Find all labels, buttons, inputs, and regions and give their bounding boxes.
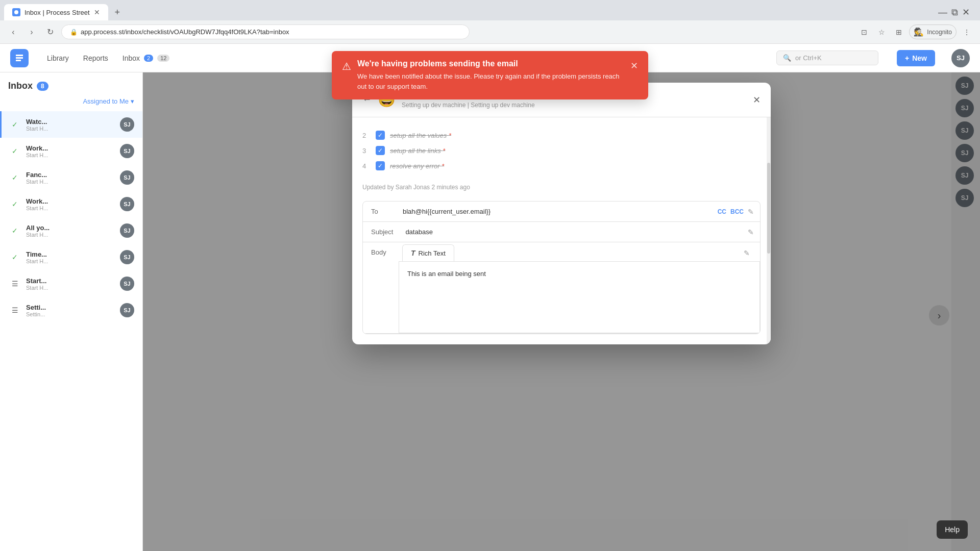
- forward-button[interactable]: ›: [24, 25, 39, 39]
- sidebar-inbox-title: Inbox 8: [8, 81, 134, 91]
- cc-button[interactable]: CC: [718, 208, 726, 215]
- new-button-label: New: [912, 54, 927, 62]
- window-minimize-button[interactable]: —: [938, 7, 947, 18]
- subject-label: Subject: [363, 222, 401, 242]
- sidebar-item-content-5: Time... Start H...: [26, 251, 114, 264]
- sidebar-item-title-4: All yo...: [26, 224, 114, 232]
- sidebar-item-title-1: Work...: [26, 144, 114, 152]
- check-circle-icon-1: ✓: [10, 146, 20, 156]
- cast-icon[interactable]: ⊡: [857, 25, 871, 39]
- sidebar-item-6[interactable]: ☰ Start... Start H... SJ: [0, 270, 142, 297]
- menu-button[interactable]: ⋮: [960, 25, 974, 39]
- sidebar-item-title-2: Fanc...: [26, 171, 114, 179]
- app-body: Inbox 8 Assigned to Me ▾ ✓ Watc... Start…: [0, 72, 980, 551]
- help-button[interactable]: Help: [937, 520, 968, 539]
- sidebar-item-title-7: Setti...: [26, 304, 114, 311]
- checklist-checkbox-2[interactable]: ✓: [376, 161, 385, 170]
- checklist-checkbox-0[interactable]: ✓: [376, 131, 385, 140]
- user-avatar[interactable]: SJ: [951, 49, 970, 67]
- inbox-number: 12: [157, 55, 169, 62]
- body-edit-icon[interactable]: ✎: [738, 245, 756, 261]
- modal-overlay: ← 😄 Insta... Setting up dev machine | Se…: [143, 72, 980, 551]
- sidebar-item-avatar-2: SJ: [120, 170, 134, 185]
- main-content: ← 😄 Insta... Setting up dev machine | Se…: [143, 72, 980, 551]
- back-button[interactable]: ‹: [6, 25, 20, 39]
- window-close-button[interactable]: ✕: [962, 7, 970, 18]
- modal-body: 2 ✓ setup all the values * 3 ✓ setup all…: [352, 117, 771, 344]
- sidebar-header: Inbox 8: [0, 81, 142, 97]
- sidebar-item-title-6: Start...: [26, 277, 114, 285]
- sidebar-item-avatar-1: SJ: [120, 144, 134, 158]
- checklist-text-2: resolve any error *: [390, 162, 444, 170]
- check-circle-icon-4: ✓: [10, 226, 20, 236]
- search-placeholder: or Ctrl+K: [795, 54, 822, 62]
- subject-edit-icon[interactable]: ✎: [748, 228, 754, 236]
- sidebar-item-avatar-3: SJ: [120, 197, 134, 211]
- address-bar[interactable]: 🔒 app.process.st/inbox/checklist/vOAUbgR…: [61, 24, 470, 39]
- modal-close-button[interactable]: ✕: [753, 94, 761, 106]
- sidebar-item-2[interactable]: ✓ Fanc... Start H... SJ: [0, 164, 142, 191]
- new-button[interactable]: + New: [897, 50, 935, 66]
- extensions-icon[interactable]: ⊞: [892, 25, 906, 39]
- sidebar-item-content-2: Fanc... Start H...: [26, 171, 114, 185]
- tab-close-button[interactable]: ✕: [94, 8, 100, 16]
- to-edit-icon[interactable]: ✎: [748, 208, 754, 216]
- checklist-num-2: 4: [362, 162, 371, 170]
- modal-scrollbar[interactable]: [767, 117, 771, 344]
- sidebar-item-4[interactable]: ✓ All yo... Start H... SJ: [0, 217, 142, 244]
- nav-reports[interactable]: Reports: [77, 50, 114, 66]
- sidebar-item-sub-6: Start H...: [26, 285, 114, 291]
- window-restore-button[interactable]: ⧉: [951, 7, 958, 18]
- browser-tab-active[interactable]: Inbox | Process Street ✕: [4, 4, 108, 20]
- checklist-text-0: setup all the values *: [390, 132, 451, 139]
- to-input[interactable]: [399, 202, 712, 221]
- checklist-checkbox-1[interactable]: ✓: [376, 146, 385, 155]
- sidebar-item-0[interactable]: ✓ Watc... Start H... SJ: [0, 111, 142, 138]
- subject-input[interactable]: [401, 222, 742, 242]
- rich-text-label: Rich Text: [419, 249, 446, 257]
- modal-subtitle: Setting up dev machine | Setting up dev …: [402, 102, 747, 109]
- sidebar-item-title-3: Work...: [26, 197, 114, 205]
- assigned-to-me-filter[interactable]: Assigned to Me ▾: [83, 97, 134, 105]
- new-tab-button[interactable]: +: [110, 5, 125, 19]
- inbox-title-text: Inbox: [8, 81, 33, 91]
- incognito-badge: 🕵 Incognito: [909, 24, 957, 39]
- check-circle-icon-5: ✓: [10, 252, 20, 262]
- filter-label: Assigned to Me: [83, 97, 129, 105]
- lock-icon: 🔒: [70, 29, 78, 36]
- incognito-icon: 🕵: [914, 27, 924, 37]
- rich-text-tab[interactable]: T Rich Text: [402, 244, 454, 261]
- checklist-num-0: 2: [362, 132, 371, 139]
- checklist-item-2: 4 ✓ resolve any error *: [362, 158, 761, 173]
- body-text: This is an email being sent: [407, 270, 486, 278]
- sidebar-item-1[interactable]: ✓ Work... Start H... SJ: [0, 138, 142, 164]
- nav-inbox-label: Inbox: [122, 54, 140, 62]
- sidebar-item-3[interactable]: ✓ Work... Start H... SJ: [0, 191, 142, 217]
- sidebar-item-sub-0: Start H...: [26, 126, 114, 132]
- search-icon: 🔍: [783, 54, 791, 62]
- nav-library[interactable]: Library: [41, 50, 75, 66]
- sidebar-item-sub-5: Start H...: [26, 258, 114, 264]
- bookmark-icon[interactable]: ☆: [874, 25, 889, 39]
- sidebar-item-content-7: Setti... Settin...: [26, 304, 114, 317]
- error-toast: ⚠ We're having problems sending the emai…: [332, 51, 648, 99]
- body-editor[interactable]: This is an email being sent: [399, 262, 760, 333]
- checklist-item-1: 3 ✓ setup all the links *: [362, 143, 761, 158]
- search-bar[interactable]: 🔍 or Ctrl+K: [776, 51, 878, 65]
- sidebar-item-avatar-5: SJ: [120, 250, 134, 264]
- nav-inbox[interactable]: Inbox 2 12: [116, 50, 176, 66]
- svg-point-0: [14, 10, 18, 14]
- email-form: To CC BCC ✎ Subject: [362, 201, 761, 334]
- sidebar-item-7[interactable]: ☰ Setti... Settin... SJ: [0, 297, 142, 323]
- reload-button[interactable]: ↻: [43, 25, 57, 39]
- checklist-item-0: 2 ✓ setup all the values *: [362, 128, 761, 143]
- error-warning-icon: ⚠: [342, 60, 351, 72]
- sidebar-item-5[interactable]: ✓ Time... Start H... SJ: [0, 244, 142, 270]
- error-close-button[interactable]: ✕: [630, 60, 638, 71]
- modal-scroll-thumb: [767, 163, 770, 254]
- plus-icon: +: [905, 54, 909, 62]
- chevron-down-icon: ▾: [131, 97, 134, 105]
- error-toast-content: We're having problems sending the email …: [357, 59, 624, 91]
- bcc-button[interactable]: BCC: [730, 208, 744, 215]
- check-circle-icon-3: ✓: [10, 199, 20, 209]
